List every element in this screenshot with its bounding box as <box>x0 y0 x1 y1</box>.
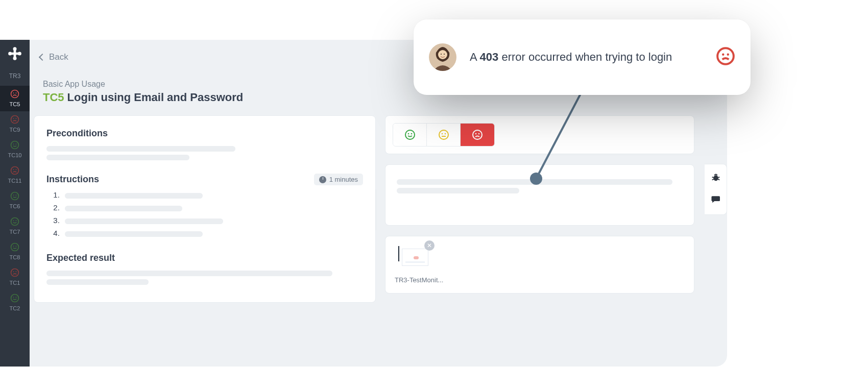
svg-point-18 <box>11 192 19 200</box>
sidebar-item-label: TC5 <box>10 101 20 107</box>
sad-face-icon <box>10 165 20 176</box>
sidebar-item-tc11[interactable]: TC11 <box>0 162 30 188</box>
sad-face-icon <box>471 129 484 141</box>
svg-point-12 <box>11 141 19 149</box>
svg-point-57 <box>727 54 729 56</box>
attachment-thumbnail <box>402 249 428 266</box>
svg-point-10 <box>13 118 14 119</box>
svg-point-9 <box>11 116 19 124</box>
app-logo-icon <box>7 46 22 61</box>
svg-point-37 <box>441 133 443 135</box>
test-case-code: TC5 <box>43 91 64 104</box>
svg-point-27 <box>11 269 19 277</box>
toast-status-icon <box>716 46 735 68</box>
placeholder-line <box>46 271 332 276</box>
svg-point-34 <box>407 133 409 135</box>
sidebar-item-label: TC2 <box>10 305 20 311</box>
happy-face-icon <box>10 140 20 150</box>
svg-point-25 <box>13 246 14 247</box>
attachments-card: ✕ TR3-TestMonit... <box>385 236 694 294</box>
status-caution-button[interactable] <box>427 124 461 146</box>
svg-point-31 <box>13 297 14 298</box>
svg-point-32 <box>16 297 17 298</box>
happy-face-icon <box>10 242 20 252</box>
sidebar-run-label: TR3 <box>9 72 21 80</box>
avatar <box>429 43 456 71</box>
svg-point-55 <box>717 48 734 64</box>
sidebar-item-label: TC10 <box>8 152 22 158</box>
clock-icon <box>319 176 326 183</box>
svg-point-40 <box>473 130 482 139</box>
chevron-left-icon <box>39 53 46 60</box>
sidebar-item-tc9[interactable]: TC9 <box>0 111 30 137</box>
sidebar-item-tc2[interactable]: TC2 <box>0 290 30 315</box>
sidebar-item-tc1[interactable]: TC1 <box>0 264 30 290</box>
happy-face-icon <box>404 129 416 141</box>
attachment-tile[interactable]: ✕ <box>395 246 428 271</box>
sidebar-item-tc6[interactable]: TC6 <box>0 188 30 213</box>
svg-point-42 <box>478 133 480 135</box>
list-item <box>62 203 363 212</box>
placeholder-line <box>46 279 149 285</box>
sidebar-item-label: TC1 <box>10 280 20 286</box>
svg-point-54 <box>444 54 445 55</box>
sidebar-item-label: TC11 <box>8 178 22 184</box>
svg-point-8 <box>16 92 17 93</box>
svg-point-16 <box>13 169 14 170</box>
happy-face-icon <box>10 216 20 227</box>
sidebar-item-label: TC6 <box>10 203 20 209</box>
sad-face-icon <box>10 267 20 278</box>
list-item <box>62 216 363 225</box>
placeholder-line <box>46 155 189 160</box>
status-pass-button[interactable] <box>393 124 427 146</box>
status-fail-button[interactable] <box>461 124 494 146</box>
placeholder-line <box>397 188 519 193</box>
comment-icon <box>710 194 721 205</box>
back-label: Back <box>49 52 68 62</box>
instructions-list <box>62 190 363 237</box>
instructions-heading: Instructions <box>46 174 99 185</box>
svg-line-45 <box>717 177 719 178</box>
svg-point-36 <box>439 130 448 139</box>
comment-icon-button[interactable] <box>710 194 721 207</box>
sidebar-item-tc7[interactable]: TC7 <box>0 213 30 239</box>
svg-line-47 <box>717 179 719 180</box>
svg-point-56 <box>722 54 724 56</box>
svg-point-49 <box>530 173 542 185</box>
svg-point-22 <box>13 220 14 221</box>
svg-point-30 <box>11 295 19 302</box>
svg-point-7 <box>13 92 14 93</box>
svg-point-38 <box>444 133 446 135</box>
status-toggle <box>393 123 495 147</box>
sidebar: TR3 TC5 TC9 TC10 TC11 TC6 TC7 TC8 TC1 TC… <box>0 40 30 367</box>
sad-face-icon <box>10 114 20 125</box>
svg-point-33 <box>405 130 415 139</box>
svg-point-35 <box>411 133 412 135</box>
sidebar-item-tc10[interactable]: TC10 <box>0 137 30 162</box>
sidebar-item-label: TC8 <box>10 254 20 260</box>
happy-face-icon <box>10 293 20 303</box>
svg-point-24 <box>11 243 19 251</box>
svg-point-14 <box>16 143 17 144</box>
bug-icon-button[interactable] <box>710 172 721 185</box>
sidebar-item-tc8[interactable]: TC8 <box>0 239 30 264</box>
time-estimate-pill: 1 minutes <box>314 174 363 185</box>
sidebar-item-tc5[interactable]: TC5 <box>0 86 30 111</box>
details-card: Preconditions Instructions 1 minutes Exp… <box>34 115 376 303</box>
sad-face-icon <box>716 46 735 66</box>
svg-point-6 <box>11 90 19 98</box>
time-estimate-text: 1 minutes <box>329 176 358 183</box>
svg-point-52 <box>438 50 447 59</box>
happy-face-icon <box>10 191 20 201</box>
svg-point-53 <box>441 54 442 55</box>
expected-heading: Expected result <box>46 253 363 263</box>
neutral-face-icon <box>438 129 450 141</box>
svg-point-11 <box>16 118 17 119</box>
side-rail <box>705 164 727 215</box>
placeholder-line <box>46 146 235 152</box>
svg-point-41 <box>475 133 477 135</box>
sad-face-icon <box>10 89 20 99</box>
svg-line-46 <box>712 179 714 180</box>
remove-attachment-button[interactable]: ✕ <box>424 240 435 251</box>
svg-line-44 <box>712 177 714 178</box>
